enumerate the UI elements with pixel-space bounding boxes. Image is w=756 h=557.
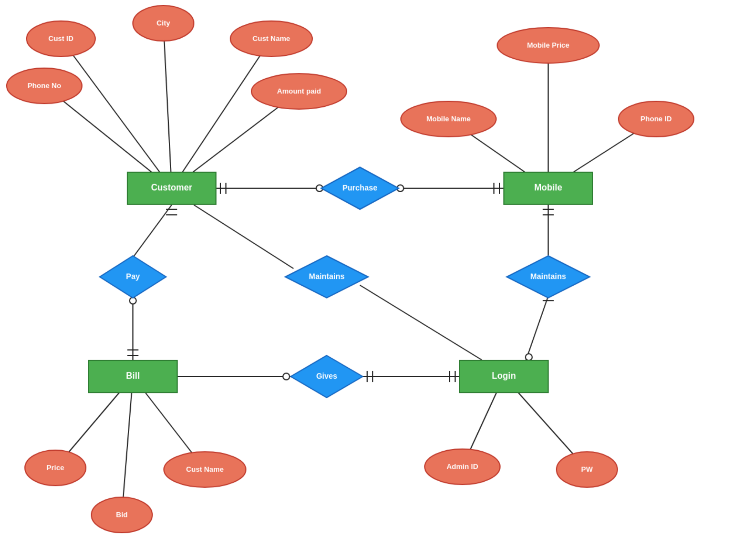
er-diagram [0,0,748,543]
